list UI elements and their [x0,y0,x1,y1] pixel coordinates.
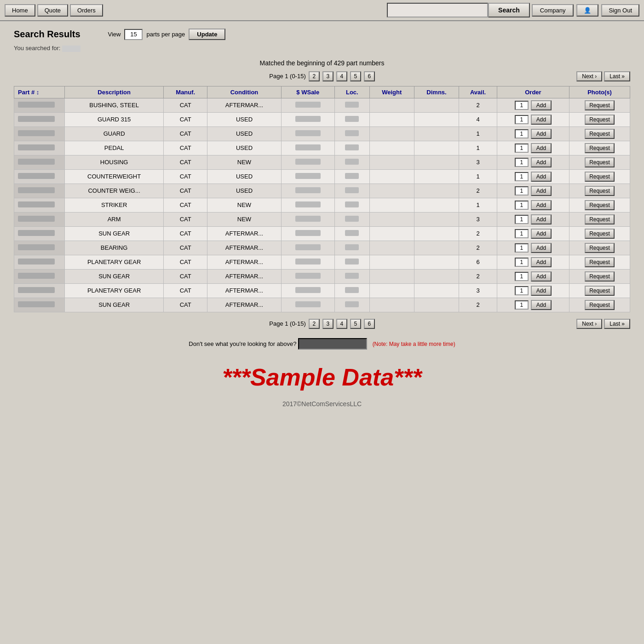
last-button-bottom[interactable]: Last » [604,319,630,329]
add-button[interactable]: Add [531,143,552,153]
table-row: COUNTERWEIGHT CAT USED 1 Add Request [14,169,630,184]
request-button[interactable]: Request [585,243,615,253]
next-button-top[interactable]: Next › [576,71,602,81]
page-info-bottom: Page 1 (0-15) [269,320,306,327]
col-dimns[interactable]: Dimns. [414,86,459,98]
add-button[interactable]: Add [531,271,552,282]
manuf-cell: CAT [164,298,207,312]
add-button[interactable]: Add [531,300,552,310]
add-button[interactable]: Add [531,172,552,182]
qty-input[interactable] [515,286,529,295]
add-button[interactable]: Add [531,129,552,139]
add-button[interactable]: Add [531,214,552,224]
page-2-btn-bottom[interactable]: 2 [309,319,320,329]
qty-input[interactable] [515,158,529,167]
col-avail[interactable]: Avail. [459,86,497,98]
qty-input[interactable] [515,258,529,267]
bottom-pagination: Page 1 (0-15) 2 3 4 5 6 Next › Last » [14,319,630,329]
condition-cell: AFTERMAR... [207,98,281,112]
qty-input[interactable] [515,101,529,110]
view-per-page-input[interactable] [124,29,143,40]
add-button[interactable]: Add [531,115,552,125]
home-button[interactable]: Home [5,4,35,17]
price-cell [281,226,334,241]
last-button-top[interactable]: Last » [604,71,630,81]
col-manuf[interactable]: Manuf. [164,86,207,98]
page-4-btn-top[interactable]: 4 [336,71,347,81]
page-6-btn-bottom[interactable]: 6 [364,319,375,329]
qty-input[interactable] [515,172,529,181]
loc-blur [345,244,359,250]
request-button[interactable]: Request [585,271,615,282]
qty-input[interactable] [515,115,529,124]
part-num-cell [14,141,65,155]
request-button[interactable]: Request [585,286,615,296]
signout-button[interactable]: Sign Out [601,4,639,17]
loc-cell [334,126,369,141]
company-button[interactable]: Company [532,4,574,17]
dimns-cell [414,255,459,269]
description-cell: PEDAL [65,141,164,155]
col-condition[interactable]: Condition [207,86,281,98]
page-4-btn-bottom[interactable]: 4 [336,319,347,329]
qty-input[interactable] [515,186,529,196]
weight-cell [369,269,414,283]
qty-input[interactable] [515,144,529,153]
col-order: Order [497,86,569,98]
qty-input[interactable] [515,129,529,138]
request-button[interactable]: Request [585,143,615,153]
user-icon-button[interactable]: 👤 [576,4,598,17]
orders-button[interactable]: Orders [70,4,103,17]
qty-input[interactable] [515,300,529,310]
page-2-btn-top[interactable]: 2 [309,71,320,81]
request-button[interactable]: Request [585,186,615,196]
request-button[interactable]: Request [585,257,615,267]
request-button[interactable]: Request [585,214,615,224]
page-6-btn-top[interactable]: 6 [364,71,375,81]
price-blur [295,130,321,136]
search-button[interactable]: Search [488,3,530,17]
page-5-btn-top[interactable]: 5 [350,71,361,81]
qty-input[interactable] [515,215,529,224]
request-button[interactable]: Request [585,172,615,182]
col-wsale[interactable]: $ WSale [281,86,334,98]
add-button[interactable]: Add [531,243,552,253]
add-button[interactable]: Add [531,257,552,267]
page-3-btn-top[interactable]: 3 [322,71,334,81]
nav-right: Company 👤 Sign Out [532,4,639,17]
qty-input[interactable] [515,243,529,253]
qty-input[interactable] [515,201,529,210]
request-button[interactable]: Request [585,157,615,167]
col-description[interactable]: Description [65,86,164,98]
request-button[interactable]: Request [585,100,615,110]
update-button[interactable]: Update [189,29,225,40]
request-button[interactable]: Request [585,229,615,239]
request-button[interactable]: Request [585,115,615,125]
page-5-btn-bottom[interactable]: 5 [350,319,361,329]
request-button[interactable]: Request [585,300,615,310]
search-all-input[interactable] [298,338,367,350]
qty-input[interactable] [515,229,529,238]
add-button[interactable]: Add [531,157,552,167]
add-button[interactable]: Add [531,186,552,196]
col-loc[interactable]: Loc. [334,86,369,98]
parts-per-page-label: parts per page [146,31,185,38]
add-button[interactable]: Add [531,200,552,210]
dimns-cell [414,298,459,312]
page-3-btn-bottom[interactable]: 3 [322,319,334,329]
qty-input[interactable] [515,272,529,281]
add-button[interactable]: Add [531,286,552,296]
col-part-num[interactable]: Part # ↕ [14,86,65,98]
request-button[interactable]: Request [585,129,615,139]
loc-cell [334,298,369,312]
table-row: COUNTER WEIG... CAT USED 2 Add Request [14,184,630,198]
next-button-bottom[interactable]: Next › [576,319,602,329]
price-cell [281,269,334,283]
quote-button[interactable]: Quote [37,4,68,17]
search-input[interactable] [387,3,488,17]
request-button[interactable]: Request [585,200,615,210]
col-weight[interactable]: Weight [369,86,414,98]
add-button[interactable]: Add [531,100,552,110]
loc-blur [345,116,359,122]
add-button[interactable]: Add [531,229,552,239]
